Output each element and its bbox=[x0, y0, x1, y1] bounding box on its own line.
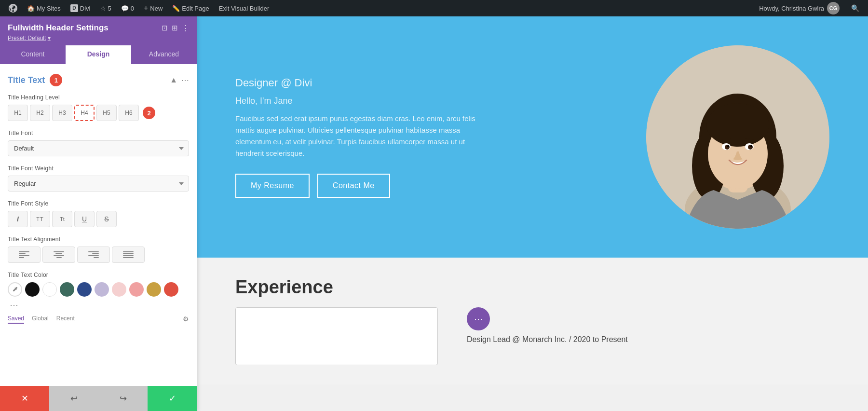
color-tab-recent[interactable]: Recent bbox=[56, 315, 75, 324]
heading-level-label: Title Heading Level bbox=[8, 94, 189, 101]
admin-bar-left: 🏠 My Sites D Divi ☆ 5 💬 0 + New ✏️ Edit … bbox=[5, 0, 755, 16]
color-red-swatch[interactable] bbox=[164, 282, 178, 297]
title-font-select[interactable]: Default Arial Georgia Helvetica bbox=[8, 140, 189, 156]
panel-title: Fullwidth Header Settings bbox=[8, 23, 108, 33]
tab-advanced[interactable]: Advanced bbox=[131, 45, 197, 64]
exit-visual-builder-button[interactable]: Exit Visual Builder bbox=[215, 0, 273, 16]
admin-search-icon[interactable]: 🔍 bbox=[847, 4, 863, 12]
avatar[interactable]: CG bbox=[827, 2, 840, 14]
title-font-weight-group: Title Font Weight Regular Thin Light Med… bbox=[8, 165, 189, 192]
section-collapse-icon[interactable]: ▲ bbox=[170, 76, 177, 84]
heading-h6-button[interactable]: H6 bbox=[119, 105, 139, 121]
align-center-button[interactable] bbox=[42, 247, 75, 263]
my-resume-button[interactable]: My Resume bbox=[235, 174, 310, 198]
svg-point-8 bbox=[706, 103, 769, 147]
star-icon: ☆ bbox=[100, 5, 106, 12]
title-text-alignment-label: Title Text Alignment bbox=[8, 236, 189, 243]
comment-icon: 💬 bbox=[121, 5, 129, 12]
admin-bar-right: Howdy, Christina Gwira CG 🔍 bbox=[755, 2, 863, 14]
color-settings-gear-icon[interactable]: ⚙ bbox=[183, 315, 189, 324]
pencil-icon: ✏️ bbox=[172, 5, 180, 12]
wordpress-icon bbox=[9, 4, 17, 13]
undo-button[interactable]: ↩ bbox=[49, 386, 98, 411]
color-swatches: ⋯ bbox=[8, 282, 189, 310]
tab-design[interactable]: Design bbox=[66, 45, 131, 64]
hero-subtitle: Designer @ Divi bbox=[235, 77, 486, 89]
experience-content: ⋯ Design Lead @ Monarch Inc. / 2020 to P… bbox=[235, 307, 839, 365]
align-right-button[interactable] bbox=[77, 247, 110, 263]
comments-count-button[interactable]: ☆ 5 bbox=[96, 0, 115, 16]
my-sites-button[interactable]: 🏠 My Sites bbox=[23, 0, 65, 16]
panel-more-icon[interactable]: ⋮ bbox=[182, 24, 189, 32]
experience-section: Experience ⋯ Design Lead @ Monarch Inc. … bbox=[197, 258, 868, 384]
color-tab-global[interactable]: Global bbox=[32, 315, 49, 324]
panel-resize-icon[interactable]: ⊡ bbox=[162, 24, 168, 32]
new-button[interactable]: + New bbox=[140, 0, 166, 16]
experience-person-icon[interactable]: ⋯ bbox=[467, 307, 490, 330]
panel-body: Title Text 1 ▲ ⋯ Title Heading Level H1 … bbox=[0, 64, 197, 386]
eyedropper-icon bbox=[12, 286, 18, 293]
title-font-weight-label: Title Font Weight bbox=[8, 165, 189, 172]
color-lightpink-swatch[interactable] bbox=[112, 282, 126, 297]
title-font-weight-select[interactable]: Regular Thin Light Medium Bold bbox=[8, 176, 189, 192]
house-icon: 🏠 bbox=[27, 5, 35, 12]
align-left-button[interactable] bbox=[8, 247, 41, 263]
heading-h5-button[interactable]: H5 bbox=[96, 105, 117, 121]
comment-bubble-button[interactable]: 💬 0 bbox=[117, 0, 138, 16]
panel-layout-icon[interactable]: ⊞ bbox=[172, 24, 178, 32]
divi-button[interactable]: D Divi bbox=[67, 0, 95, 16]
experience-job-title: Design Lead @ Monarch Inc. / 2020 to Pre… bbox=[467, 335, 839, 344]
edit-page-button[interactable]: ✏️ Edit Page bbox=[168, 0, 213, 16]
align-justify-button[interactable] bbox=[112, 247, 145, 263]
color-tabs: Saved Global Recent ⚙ bbox=[8, 315, 189, 324]
experience-details: ⋯ Design Lead @ Monarch Inc. / 2020 to P… bbox=[467, 307, 839, 344]
color-lavender-swatch[interactable] bbox=[95, 282, 109, 297]
wordpress-icon-button[interactable] bbox=[5, 0, 21, 16]
align-right-icon bbox=[88, 251, 99, 258]
hero-description: Faucibus sed sed erat ipsum purus egesta… bbox=[235, 113, 486, 159]
panel-footer: ✕ ↩ ↪ ✓ bbox=[0, 386, 197, 411]
divi-icon: D bbox=[70, 4, 78, 12]
cancel-button[interactable]: ✕ bbox=[0, 386, 49, 411]
color-darkgreen-swatch[interactable] bbox=[60, 282, 74, 297]
heading-h1-button[interactable]: H1 bbox=[8, 105, 28, 121]
save-button[interactable]: ✓ bbox=[148, 386, 197, 411]
color-more-button[interactable]: ⋯ bbox=[10, 300, 18, 310]
color-gold-swatch[interactable] bbox=[147, 282, 161, 297]
strikethrough-style-button[interactable]: S bbox=[96, 211, 117, 227]
main-area: Fullwidth Header Settings ⊡ ⊞ ⋮ Preset: … bbox=[0, 16, 868, 411]
tab-content[interactable]: Content bbox=[0, 45, 66, 64]
color-tab-saved[interactable]: Saved bbox=[8, 315, 24, 324]
hero-profile-image bbox=[646, 45, 829, 229]
contact-me-button[interactable]: Contact Me bbox=[317, 174, 390, 198]
title-font-style-label: Title Font Style bbox=[8, 200, 189, 207]
panel-tabs: Content Design Advanced bbox=[0, 45, 197, 64]
color-black-swatch[interactable] bbox=[25, 282, 40, 297]
title-text-alignment-group: Title Text Alignment bbox=[8, 236, 189, 263]
title-font-group: Title Font Default Arial Georgia Helveti… bbox=[8, 130, 189, 156]
section-more-icon[interactable]: ⋯ bbox=[181, 76, 189, 85]
redo-button[interactable]: ↪ bbox=[98, 386, 148, 411]
color-darkblue-swatch[interactable] bbox=[77, 282, 92, 297]
panel-header-top: Fullwidth Header Settings ⊡ ⊞ ⋮ bbox=[8, 23, 189, 33]
heading-h4-button[interactable]: H4 bbox=[74, 105, 95, 121]
panel-preset: Preset: Default ▾ bbox=[8, 35, 189, 41]
heading-h2-button[interactable]: H2 bbox=[30, 105, 50, 121]
title-text-color-group: Title Text Color ⋯ bbox=[8, 272, 189, 324]
underline-style-button[interactable]: U bbox=[74, 211, 95, 227]
eyedropper-button[interactable] bbox=[8, 282, 22, 297]
section-title-row: Title Text 1 bbox=[8, 74, 62, 86]
howdy-section: Howdy, Christina Gwira CG bbox=[755, 2, 843, 14]
color-salmon-swatch[interactable] bbox=[129, 282, 144, 297]
titlecase-style-button[interactable]: Tt bbox=[52, 211, 72, 227]
heading-level-group: Title Heading Level H1 H2 H3 H4 H5 H6 2 bbox=[8, 94, 189, 121]
style-buttons: I TT Tt U S bbox=[8, 211, 189, 227]
heading-h3-button[interactable]: H3 bbox=[52, 105, 72, 121]
italic-style-button[interactable]: I bbox=[8, 211, 28, 227]
heading-buttons: H1 H2 H3 H4 H5 H6 2 bbox=[8, 105, 189, 121]
hero-buttons: My Resume Contact Me bbox=[235, 174, 486, 198]
panel-header-icons: ⊡ ⊞ ⋮ bbox=[162, 24, 189, 32]
allcaps-style-button[interactable]: TT bbox=[30, 211, 50, 227]
preset-dropdown-arrow[interactable]: ▾ bbox=[48, 35, 51, 41]
color-white-swatch[interactable] bbox=[42, 282, 57, 297]
